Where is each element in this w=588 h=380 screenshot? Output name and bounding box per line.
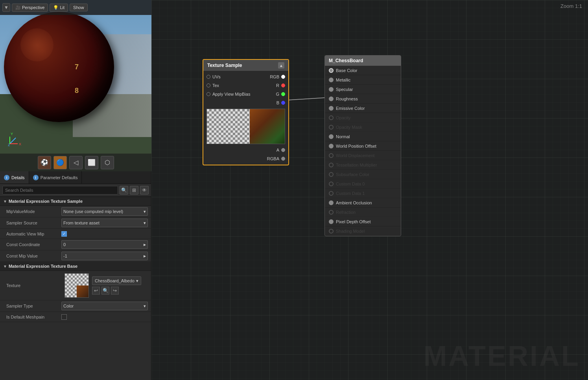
pin-uvs-circle: [206, 75, 210, 79]
out-pin-tess-label: Tessellation Multiplier: [336, 163, 377, 167]
out-pin-shading-model-circle: [329, 229, 334, 234]
pin-r-circle: [281, 83, 285, 87]
viewport-sphere: [4, 12, 114, 122]
output-wpo: World Position Offset: [325, 141, 401, 151]
auto-view-mip-checkbox[interactable]: ✓: [61, 231, 67, 237]
texture-name-arrow: ▾: [136, 278, 138, 284]
graph-area[interactable]: Zoom 1:1 MATERIAL Texture Sample ▲ UVs R…: [151, 0, 588, 380]
const-mip-arrow: ▶: [144, 254, 146, 258]
pin-r-label: R: [276, 83, 279, 88]
pin-g-circle: [281, 92, 285, 96]
node-chessbrd[interactable]: M_ChessBoard Base Color Metallic Specula…: [324, 55, 401, 236]
plane-preview-btn[interactable]: ◁: [69, 156, 83, 169]
prop-default-meshpain: Is Default Meshpain: [0, 312, 151, 322]
const-coord-arrow: ▶: [144, 243, 146, 247]
sphere-number-8: 8: [75, 87, 79, 95]
section2-title: Material Expression Texture Base: [9, 264, 77, 269]
texture-name-controls: ChessBoard_Albedo ▾ ↩ 🔍 ↪: [92, 276, 141, 295]
out-pin-specular-circle: [329, 87, 334, 92]
prop-auto-view-mip-value: ✓: [61, 231, 148, 237]
output-metallic: Metallic: [325, 75, 401, 85]
perspective-btn[interactable]: 🎥 Perspective: [12, 4, 48, 12]
texture-use-btn[interactable]: ↪: [111, 287, 119, 295]
output-opacity-mask: Opacity Mask: [325, 122, 401, 132]
texture-icon-row: ↩ 🔍 ↪: [92, 287, 141, 295]
svg-text:X: X: [19, 142, 21, 146]
output-tess: Tessellation Multiplier: [325, 160, 401, 170]
ball-preview-btn[interactable]: 🔵: [53, 156, 67, 169]
cube-preview-btn[interactable]: ⬜: [85, 156, 98, 169]
default-meshpain-checkbox[interactable]: [61, 314, 67, 320]
pin-row-b: B: [203, 98, 288, 107]
search-input[interactable]: [2, 186, 118, 195]
lit-btn[interactable]: 💡 Lit: [50, 4, 68, 12]
viewport-toolbar: ▼ 🎥 Perspective 💡 Lit Show: [0, 0, 151, 15]
output-shading-model: Shading Model: [325, 226, 401, 236]
pin-rgba-right: RGBA: [267, 156, 285, 161]
left-panel: 7 8 ▼ 🎥 Perspective 💡 Lit Show Z: [0, 0, 151, 380]
viewport-axes: Z X Y: [6, 128, 26, 148]
out-pin-base-color-label: Base Color: [336, 68, 357, 73]
perspective-icon: 🎥: [15, 5, 21, 10]
output-emissive: Emissive Color: [325, 104, 401, 113]
zoom-label: Zoom 1:1: [560, 3, 582, 9]
const-coord-field[interactable]: 0 ▶: [61, 240, 148, 249]
settings-view-btn[interactable]: 👁: [140, 186, 149, 195]
out-pin-custom1-label: Custom Data 1: [336, 191, 365, 196]
texture-name-dropdown[interactable]: ChessBoard_Albedo ▾: [92, 276, 141, 285]
pin-tex-label: Tex: [212, 83, 219, 88]
node-chessbrd-header: M_ChessBoard: [325, 56, 401, 66]
prop-sampler-source: Sampler Source From texture asset ▾: [0, 217, 151, 229]
sphere-preview-btn[interactable]: ⚽: [38, 156, 51, 169]
mipvaluemode-dropdown[interactable]: None (use computed mip level) ▾: [61, 207, 148, 216]
out-pin-custom1-circle: [329, 191, 334, 196]
pin-row-uvs-rgb: UVs RGB: [203, 72, 288, 81]
mipvaluemode-text: None (use computed mip level): [63, 209, 123, 214]
lit-label: Lit: [60, 5, 65, 10]
output-normal: Normal: [325, 132, 401, 141]
sampler-type-dropdown[interactable]: Color ▾: [61, 302, 148, 310]
texture-reset-btn[interactable]: ↩: [92, 287, 100, 295]
output-roughness: Roughness: [325, 94, 401, 104]
prop-const-mip-label: Const Mip Value: [6, 254, 61, 258]
section1-title: Material Expression Texture Sample: [9, 199, 83, 204]
section1-header[interactable]: ▼ Material Expression Texture Sample: [0, 197, 151, 206]
node-texture-sample[interactable]: Texture Sample ▲ UVs RGB Tex: [203, 59, 289, 165]
tab-details[interactable]: i Details: [0, 171, 29, 184]
out-pin-wpo-circle: [329, 144, 334, 148]
out-pin-emissive-circle: [329, 106, 334, 111]
out-pin-normal-circle: [329, 134, 334, 139]
prop-mipvaluemode-label: MipValueMode: [6, 209, 61, 214]
pin-rgba-label: RGBA: [267, 156, 279, 161]
pin-uvs-left: UVs: [206, 74, 221, 79]
texture-search-btn[interactable]: 🔍: [101, 287, 109, 295]
mipvaluemode-arrow: ▾: [144, 209, 146, 214]
tab-details-label: Details: [11, 175, 25, 180]
checkbox-check: ✓: [63, 232, 66, 236]
viewport-bottom-toolbar: ⚽ 🔵 ◁ ⬜ ⬡: [0, 154, 151, 171]
node-preview: [206, 109, 285, 144]
out-pin-wpo-label: World Position Offset: [336, 144, 376, 148]
sampler-source-text: From texture asset: [63, 221, 100, 225]
grid-view-btn[interactable]: ⊞: [130, 186, 138, 195]
texture-thumb-overlay: [77, 285, 88, 297]
output-refraction: Refraction: [325, 208, 401, 217]
show-btn[interactable]: Show: [70, 4, 88, 11]
viewport-dropdown-btn[interactable]: ▼: [2, 3, 10, 12]
sampler-source-dropdown[interactable]: From texture asset ▾: [61, 219, 148, 227]
details-tabs: i Details i Parameter Defaults: [0, 171, 151, 184]
search-button[interactable]: 🔍: [120, 186, 128, 195]
pin-a-label: A: [276, 148, 279, 152]
const-mip-field[interactable]: -1 ▶: [61, 252, 148, 260]
prop-const-coord: Const Coordinate 0 ▶: [0, 239, 151, 250]
out-pin-refraction-circle: [329, 210, 334, 215]
details-content: ▼ Material Expression Texture Sample Mip…: [0, 197, 151, 380]
tab-parameter-defaults[interactable]: i Parameter Defaults: [29, 171, 82, 184]
node-collapse-btn[interactable]: ▲: [278, 62, 284, 69]
out-pin-pdo-circle: [329, 219, 334, 224]
prop-auto-view-mip-label: Automatic View Mip: [6, 232, 61, 236]
output-subsurface: Subsurface Color: [325, 170, 401, 179]
cylinder-preview-btn[interactable]: ⬡: [101, 156, 114, 169]
section2-header[interactable]: ▼ Material Expression Texture Base: [0, 262, 151, 271]
lit-icon: 💡: [53, 5, 59, 10]
